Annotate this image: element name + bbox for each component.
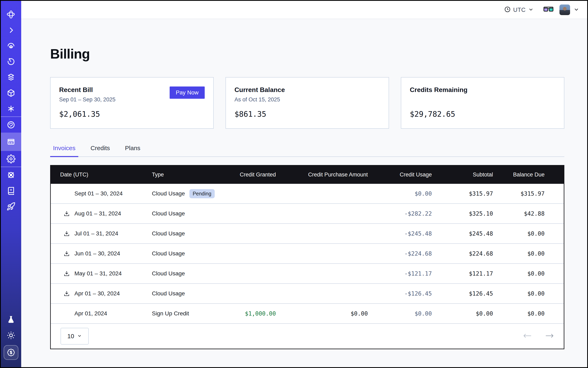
page-title: Billing [50, 46, 564, 61]
sidebar-item-credits[interactable] [1, 343, 21, 362]
timer-icon [7, 57, 16, 66]
previous-page-button[interactable] [523, 333, 532, 339]
chevron-right-icon [7, 26, 16, 35]
credit-granted-value [219, 244, 276, 264]
invoice-date: Jul 01 – 31, 2024 [74, 230, 118, 237]
invoice-type: Cloud Usage [152, 270, 185, 277]
helm-icon [7, 171, 16, 180]
flask-icon [7, 315, 16, 324]
credit-usage-value: -$126.45 [368, 284, 432, 304]
sidebar-item-usage[interactable] [1, 117, 21, 133]
download-invoice-icon[interactable] [62, 289, 71, 298]
3d-glasses-icon[interactable] [543, 6, 554, 14]
table-row: Apr 01, 2024 Sign Up Credit $1,000.00 $0… [51, 304, 564, 323]
main-content: Billing Recent Bill Sep 01 – Sep 30, 202… [21, 19, 587, 367]
sidebar-item-settings[interactable] [1, 151, 21, 167]
card-title: Current Balance [235, 86, 380, 94]
invoice-date: Jun 01 – 30, 2024 [74, 250, 120, 257]
credit-purchase-value [276, 203, 368, 224]
credit-usage-value: -$224.68 [368, 244, 432, 264]
invoice-type: Cloud Usage [152, 210, 185, 217]
download-invoice-icon[interactable] [62, 209, 71, 218]
card-title: Credits Remaining [410, 86, 555, 94]
download-invoice-icon[interactable] [62, 229, 71, 238]
book-sparkle-icon [7, 186, 16, 195]
credits-remaining-card: Credits Remaining $29,782.65 [401, 77, 564, 129]
asterisk-icon [7, 104, 16, 113]
timezone-label: UTC [513, 7, 526, 13]
table-pagination: 10 [51, 324, 564, 349]
gear-icon [7, 154, 16, 163]
current-balance-card: Current Balance As of Oct 15, 2025 $861.… [226, 77, 389, 129]
summary-cards: Recent Bill Sep 01 – Sep 30, 2025 $2,061… [50, 77, 564, 129]
credit-granted-value [219, 203, 276, 224]
credit-purchase-value [276, 284, 368, 304]
col-balance-due: Balance Due [493, 166, 564, 184]
invoice-date: Aug 01 – 31, 2024 [74, 210, 121, 217]
pending-badge: Pending [190, 189, 215, 198]
tab-plans[interactable]: Plans [122, 145, 143, 156]
invoice-date: May 01 – 31, 2024 [74, 270, 122, 277]
col-credit-purchase: Credit Purchase Amount [276, 166, 368, 184]
credits-remaining-amount: $29,782.65 [410, 110, 555, 119]
chevron-down-icon[interactable] [573, 6, 579, 13]
timezone-selector[interactable]: UTC [504, 6, 534, 13]
sidebar-item-home[interactable] [1, 7, 21, 22]
sidebar-item-docs[interactable] [1, 183, 21, 199]
invoice-date: Apr 01, 2024 [74, 310, 107, 317]
sidebar-item-containers[interactable] [1, 85, 21, 101]
next-page-button[interactable] [545, 333, 554, 339]
credit-granted-value [219, 284, 276, 304]
user-avatar[interactable] [560, 4, 570, 15]
pay-now-button[interactable]: Pay Now [170, 86, 205, 99]
card-sub-spacer [410, 96, 555, 103]
balance-due-value: $0.00 [493, 304, 564, 323]
current-balance-amount: $861.35 [235, 110, 380, 119]
sidebar-item-onboarding[interactable] [1, 199, 21, 214]
page-size-value: 10 [67, 333, 74, 340]
col-subtotal: Subtotal [432, 166, 493, 184]
invoice-type: Cloud Usage [152, 250, 185, 257]
tab-invoices[interactable]: Invoices [50, 145, 78, 156]
invoice-type: Cloud Usage [152, 290, 185, 297]
recent-bill-amount: $2,061.35 [59, 110, 205, 119]
table-row: Aug 01 – 31, 2024 Cloud Usage -$282.22 $… [51, 203, 564, 224]
sidebar-item-layers[interactable] [1, 69, 21, 85]
download-invoice-icon[interactable] [62, 249, 71, 258]
sidebar-item-billing[interactable] [1, 133, 21, 151]
credit-purchase-value [276, 224, 368, 244]
sidebar-item-experiments[interactable] [1, 312, 21, 327]
subtotal-value: $245.48 [432, 224, 493, 244]
sidebar-item-secrets[interactable] [1, 101, 21, 117]
sidebar-item-theme[interactable] [1, 327, 21, 343]
sidebar-item-observability[interactable] [1, 38, 21, 54]
subtotal-value: $121.17 [432, 264, 493, 284]
chevron-down-icon [77, 333, 82, 340]
credit-usage-value: $0.00 [368, 304, 432, 323]
subtotal-value: $315.97 [432, 184, 493, 203]
page-size-select[interactable]: 10 [61, 328, 89, 345]
table-row: Jun 01 – 30, 2024 Cloud Usage -$224.68 $… [51, 244, 564, 264]
subtotal-value: $0.00 [432, 304, 493, 323]
credit-purchase-value [276, 264, 368, 284]
balance-due-value: $42.88 [493, 203, 564, 224]
credit-purchase-value [276, 244, 368, 264]
col-credit-granted: Credit Granted [219, 166, 276, 184]
col-type: Type [152, 166, 219, 184]
balance-due-value: $0.00 [493, 244, 564, 264]
sidebar [1, 1, 21, 367]
tab-credits[interactable]: Credits [88, 145, 113, 156]
subtotal-value: $126.45 [432, 284, 493, 304]
credit-granted-value: $1,000.00 [219, 304, 276, 323]
logo-icon [7, 10, 16, 19]
balance-due-value: $0.00 [493, 284, 564, 304]
credit-granted-value [219, 184, 276, 203]
sidebar-item-schedules[interactable] [1, 54, 21, 69]
invoices-table: Date (UTC) Type Credit Granted Credit Pu… [50, 165, 564, 349]
sidebar-item-support[interactable] [1, 167, 21, 183]
download-invoice-icon[interactable] [62, 269, 71, 278]
credit-usage-value: -$245.48 [368, 224, 432, 244]
sidebar-item-expand[interactable] [1, 22, 21, 38]
credit-granted-value [219, 264, 276, 284]
credit-purchase-value: $0.00 [276, 304, 368, 323]
